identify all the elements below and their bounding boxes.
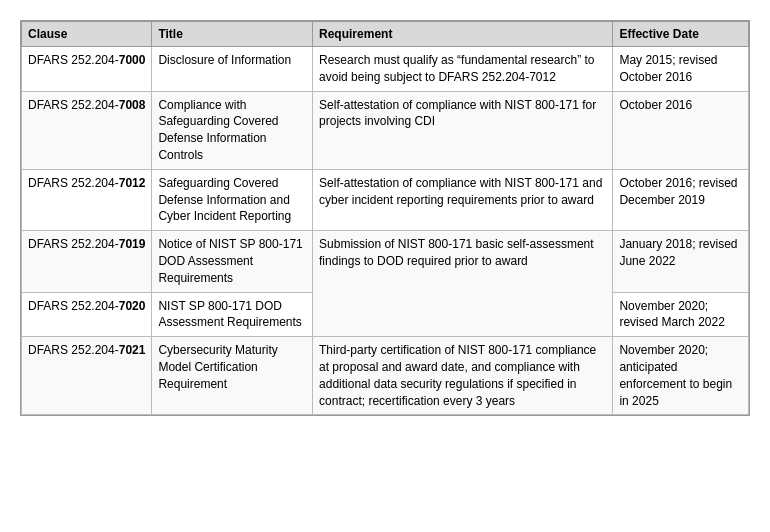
- cell-effective-date: October 2016: [613, 91, 749, 169]
- header-title: Title: [152, 22, 313, 47]
- cell-clause: DFARS 252.204-7019: [22, 231, 152, 292]
- table-row: DFARS 252.204-7008Compliance with Safegu…: [22, 91, 749, 169]
- cell-requirement: Self-attestation of compliance with NIST…: [313, 91, 613, 169]
- cell-requirement: Research must qualify as “fundamental re…: [313, 47, 613, 92]
- regulations-table: Clause Title Requirement Effective Date …: [21, 21, 749, 415]
- cell-clause: DFARS 252.204-7020: [22, 292, 152, 337]
- cell-requirement: Self-attestation of compliance with NIST…: [313, 169, 613, 230]
- cell-title: Notice of NIST SP 800-171 DOD Assessment…: [152, 231, 313, 292]
- cell-clause: DFARS 252.204-7021: [22, 337, 152, 415]
- header-clause: Clause: [22, 22, 152, 47]
- cell-clause: DFARS 252.204-7008: [22, 91, 152, 169]
- cell-title: NIST SP 800-171 DOD Assessment Requireme…: [152, 292, 313, 337]
- table-row: DFARS 252.204-7019Notice of NIST SP 800-…: [22, 231, 749, 292]
- cell-effective-date: November 2020; revised March 2022: [613, 292, 749, 337]
- cell-effective-date: May 2015; revised October 2016: [613, 47, 749, 92]
- table-row: DFARS 252.204-7012Safeguarding Covered D…: [22, 169, 749, 230]
- table-row: DFARS 252.204-7021Cybersecurity Maturity…: [22, 337, 749, 415]
- cell-title: Disclosure of Information: [152, 47, 313, 92]
- cell-title: Cybersecurity Maturity Model Certificati…: [152, 337, 313, 415]
- main-table-wrapper: Clause Title Requirement Effective Date …: [20, 20, 750, 416]
- cell-requirement: Third-party certification of NIST 800-17…: [313, 337, 613, 415]
- table-header-row: Clause Title Requirement Effective Date: [22, 22, 749, 47]
- cell-clause: DFARS 252.204-7012: [22, 169, 152, 230]
- cell-clause: DFARS 252.204-7000: [22, 47, 152, 92]
- cell-title: Safeguarding Covered Defense Information…: [152, 169, 313, 230]
- cell-effective-date: October 2016; revised December 2019: [613, 169, 749, 230]
- header-effective-date: Effective Date: [613, 22, 749, 47]
- cell-effective-date: November 2020; anticipated enforcement t…: [613, 337, 749, 415]
- cell-requirement: Submission of NIST 800-171 basic self-as…: [313, 231, 613, 337]
- cell-title: Compliance with Safeguarding Covered Def…: [152, 91, 313, 169]
- table-row: DFARS 252.204-7000Disclosure of Informat…: [22, 47, 749, 92]
- cell-effective-date: January 2018; revised June 2022: [613, 231, 749, 292]
- header-requirement: Requirement: [313, 22, 613, 47]
